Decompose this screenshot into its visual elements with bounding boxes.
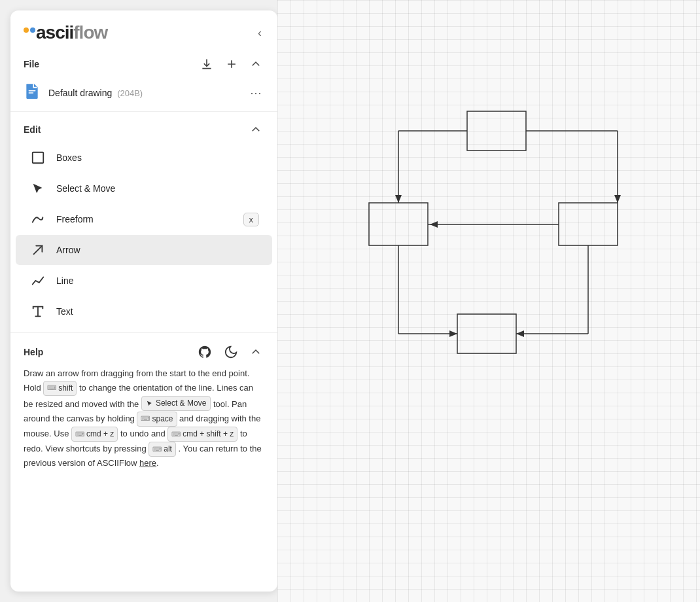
divider-1 <box>10 111 277 112</box>
file-name: Default drawing (204B) <box>48 88 239 98</box>
tool-line-label: Line <box>56 275 259 286</box>
tool-line[interactable]: Line <box>16 266 272 296</box>
help-header: Help <box>24 344 264 361</box>
help-collapse-button[interactable] <box>247 345 264 359</box>
logo-text-ascii: ascii <box>36 22 73 43</box>
kbd-cmd-z: ⌨ cmd + z <box>71 427 118 442</box>
svg-rect-6 <box>467 111 526 150</box>
logo-dot-orange <box>24 27 29 33</box>
github-button[interactable] <box>195 344 215 361</box>
svg-marker-12 <box>614 195 621 203</box>
help-link-here[interactable]: here <box>139 458 156 468</box>
kbd-shift: ⌨ shift <box>43 381 77 396</box>
canvas-area[interactable] <box>277 0 700 602</box>
file-size-text: (204B) <box>117 88 143 98</box>
divider-2 <box>10 332 277 333</box>
svg-rect-0 <box>29 90 36 92</box>
logo-text-flow: flow <box>73 22 107 43</box>
svg-line-3 <box>34 246 43 255</box>
svg-marker-15 <box>395 195 402 203</box>
select-move-badge: Select & Move <box>141 396 211 411</box>
tool-text[interactable]: Text <box>16 296 272 327</box>
edit-section-header: Edit <box>10 117 277 142</box>
help-title: Help <box>24 347 43 357</box>
edit-section-title: Edit <box>24 124 41 135</box>
tool-arrow[interactable]: Arrow <box>16 235 272 265</box>
diagram <box>343 105 670 402</box>
logo-dot-blue <box>30 27 35 33</box>
file-section-header: File <box>10 51 277 77</box>
tool-boxes[interactable]: Boxes <box>16 143 272 173</box>
dark-mode-button[interactable] <box>221 344 241 361</box>
select-move-icon <box>29 179 47 198</box>
file-document-icon <box>24 82 41 103</box>
tool-freeform-label: Freeform <box>56 214 234 224</box>
help-section: Help Draw an arrow from dragging from th… <box>10 336 277 470</box>
svg-marker-17 <box>430 221 438 228</box>
file-item[interactable]: Default drawing (204B) ⋯ <box>10 77 277 109</box>
freeform-icon <box>29 210 47 228</box>
file-more-button[interactable]: ⋯ <box>247 84 264 101</box>
logo-area: asciiflow ‹ <box>10 10 277 51</box>
tool-freeform-shortcut: x <box>243 213 260 226</box>
tool-arrow-label: Arrow <box>56 245 259 255</box>
file-download-button[interactable] <box>198 56 216 72</box>
kbd-space: ⌨ space <box>137 412 177 427</box>
line-icon <box>29 272 47 290</box>
file-name-text: Default drawing <box>48 88 112 98</box>
svg-marker-23 <box>516 330 524 337</box>
kbd-alt: ⌨ alt <box>149 442 176 457</box>
help-text: Draw an arrow from dragging from the sta… <box>24 367 264 470</box>
help-icons <box>195 344 264 361</box>
tool-select-move[interactable]: Select & Move <box>16 173 272 204</box>
sidebar: asciiflow ‹ File Default drawing (204B) … <box>10 10 277 592</box>
svg-rect-9 <box>457 314 516 353</box>
svg-rect-7 <box>559 203 618 245</box>
tools-list: Boxes Select & Move Freeform x Arrow <box>10 142 277 327</box>
file-section-title: File <box>24 59 39 69</box>
sidebar-collapse-button[interactable]: ‹ <box>255 24 264 43</box>
arrow-icon <box>29 241 47 259</box>
diagram-svg <box>343 105 670 399</box>
text-icon <box>29 302 47 321</box>
logo: asciiflow <box>24 22 107 43</box>
file-add-button[interactable] <box>222 56 241 72</box>
svg-rect-1 <box>29 92 34 94</box>
edit-collapse-button[interactable] <box>247 122 264 137</box>
tool-freeform[interactable]: Freeform x <box>16 204 272 234</box>
logo-dots <box>24 27 35 33</box>
file-section-icons <box>198 56 264 72</box>
tool-boxes-label: Boxes <box>56 152 259 163</box>
boxes-icon <box>29 149 47 167</box>
file-collapse-button[interactable] <box>247 57 264 71</box>
kbd-cmd-shift-z: ⌨ cmd + shift + z <box>167 427 237 442</box>
svg-marker-20 <box>449 330 457 337</box>
svg-rect-2 <box>33 152 44 164</box>
tool-text-label: Text <box>56 306 259 317</box>
svg-rect-8 <box>369 203 428 245</box>
tool-select-move-label: Select & Move <box>56 183 259 194</box>
